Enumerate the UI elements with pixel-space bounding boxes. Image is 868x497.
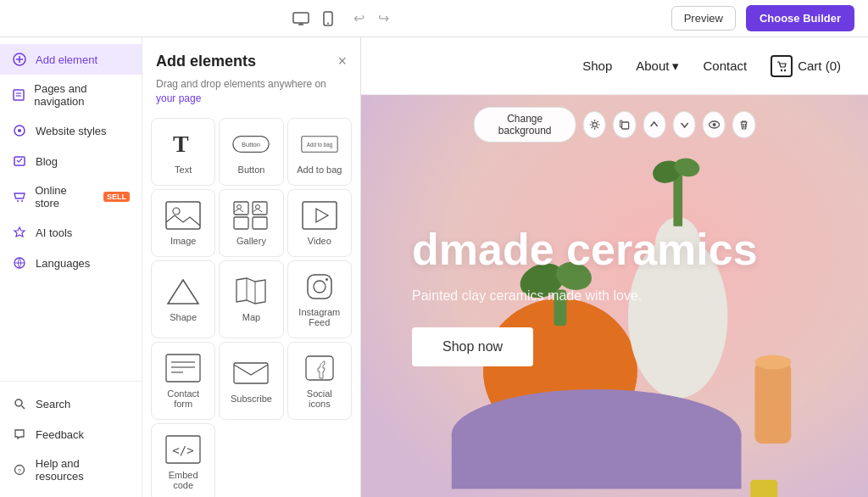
panel-subtitle: Drag and drop elements anywhere on your … <box>142 77 360 118</box>
search-icon <box>12 396 27 411</box>
device-icons <box>291 8 338 29</box>
hero-content: dmade ceramics Painted clay ceramics mad… <box>361 226 809 366</box>
sidebar-item-feedback[interactable]: Feedback <box>0 419 142 450</box>
svg-point-43 <box>314 281 326 293</box>
panel-elements-grid: T Text Button Button Add to bag Add to b… <box>142 118 360 497</box>
nav-link-contact[interactable]: Contact <box>703 59 747 73</box>
svg-rect-66 <box>755 362 792 444</box>
svg-point-71 <box>593 123 597 127</box>
redo-button[interactable]: ↪ <box>373 8 394 28</box>
gallery-element-icon <box>232 200 270 231</box>
website-content-area: Shop About ▾ Contact Cart (0) <box>361 37 868 497</box>
sidebar-item-add-element[interactable]: Add element <box>0 44 142 75</box>
svg-text:T: T <box>173 131 189 157</box>
embed-code-element-label: Embed code <box>159 470 208 490</box>
element-add-to-bag[interactable]: Add to bag Add to bag <box>287 118 352 186</box>
text-element-label: Text <box>175 165 192 175</box>
element-map[interactable]: Map <box>219 260 283 338</box>
sidebar-item-languages[interactable]: Languages <box>0 248 142 278</box>
svg-rect-45 <box>166 355 200 382</box>
help-icon: ? <box>12 462 27 477</box>
undo-button[interactable]: ↩ <box>348 8 370 28</box>
shop-now-button[interactable]: Shop now <box>412 327 533 366</box>
subscribe-element-icon <box>232 358 270 388</box>
hero-section: dmade ceramics Painted clay ceramics mad… <box>361 95 868 497</box>
panel-title: Add elements <box>156 53 256 70</box>
ai-icon <box>12 225 27 240</box>
panel-subtitle-link[interactable]: your page <box>156 92 201 104</box>
video-element-label: Video <box>308 236 331 246</box>
hero-title: dmade ceramics <box>412 226 758 274</box>
desktop-icon[interactable] <box>291 8 311 29</box>
svg-text:Add to bag: Add to bag <box>307 142 333 148</box>
sidebar-top: Add element Pages and navigation Website… <box>0 37 142 381</box>
nav-link-shop[interactable]: Shop <box>582 59 612 73</box>
contact-form-element-label: Contact form <box>159 388 208 409</box>
svg-point-19 <box>15 399 22 406</box>
sidebar-label-blog: Blog <box>36 155 58 168</box>
sidebar-label-add-element: Add element <box>36 53 97 66</box>
move-down-icon-button[interactable] <box>673 111 696 138</box>
element-gallery[interactable]: Gallery <box>219 189 283 257</box>
sidebar-item-search[interactable]: Search <box>0 388 142 419</box>
svg-rect-72 <box>622 122 629 129</box>
element-social-icons[interactable]: Social icons <box>287 342 352 420</box>
change-background-button[interactable]: Change background <box>474 107 576 142</box>
duplicate-icon-button[interactable] <box>613 111 636 138</box>
contact-form-element-icon <box>164 353 202 383</box>
add-elements-panel: Add elements × Drag and drop elements an… <box>142 37 361 497</box>
svg-text:</>: </> <box>173 444 194 457</box>
sidebar-item-pages-navigation[interactable]: Pages and navigation <box>0 75 142 115</box>
svg-rect-36 <box>303 202 337 229</box>
nav-cart[interactable]: Cart (0) <box>771 55 841 77</box>
preview-icon-button[interactable] <box>703 111 726 138</box>
element-text[interactable]: T Text <box>151 118 215 186</box>
svg-rect-35 <box>253 217 267 229</box>
sidebar-item-website-styles[interactable]: Website styles <box>0 115 142 146</box>
blog-icon <box>12 154 27 169</box>
image-element-icon <box>164 200 202 231</box>
element-subscribe[interactable]: Subscribe <box>219 342 283 420</box>
video-element-icon <box>301 200 338 231</box>
element-embed-code[interactable]: </> Embed code <box>151 423 215 497</box>
add-to-bag-element-icon: Add to bag <box>301 129 338 159</box>
settings-icon-button[interactable] <box>583 111 606 138</box>
choose-builder-button[interactable]: Choose Builder <box>746 5 854 31</box>
sidebar-label-pages: Pages and navigation <box>34 82 130 108</box>
element-button[interactable]: Button Button <box>219 118 283 186</box>
svg-point-74 <box>712 123 715 126</box>
undo-redo: ↩ ↪ <box>348 8 394 28</box>
sidebar-item-online-store[interactable]: Online store SELL <box>0 176 142 217</box>
map-element-icon <box>232 276 270 307</box>
element-contact-form[interactable]: Contact form <box>151 342 215 420</box>
svg-point-14 <box>17 200 19 202</box>
styles-icon <box>12 123 27 138</box>
preview-button[interactable]: Preview <box>671 6 736 31</box>
svg-text:Button: Button <box>242 141 260 148</box>
move-up-icon-button[interactable] <box>643 111 665 138</box>
delete-icon-button[interactable] <box>732 111 755 138</box>
svg-marker-39 <box>236 278 265 304</box>
subscribe-element-label: Subscribe <box>231 394 272 404</box>
plus-icon <box>12 52 27 67</box>
sidebar-item-ai-tools[interactable]: AI tools <box>0 217 142 248</box>
nav-link-about[interactable]: About ▾ <box>636 59 679 74</box>
element-shape[interactable]: Shape <box>151 260 215 338</box>
element-image[interactable]: Image <box>151 189 215 257</box>
sell-badge: SELL <box>103 192 130 202</box>
svg-rect-28 <box>166 202 200 229</box>
top-bar-center: ↩ ↪ <box>291 8 394 29</box>
element-instagram-feed[interactable]: Instagram Feed <box>287 260 352 338</box>
svg-rect-0 <box>293 13 309 23</box>
social-icons-element-label: Social icons <box>295 388 344 409</box>
sidebar-item-help[interactable]: ? Help and resources <box>0 450 142 490</box>
mobile-icon[interactable] <box>318 8 338 29</box>
svg-marker-37 <box>316 209 328 222</box>
svg-marker-16 <box>14 227 25 237</box>
sidebar-label-search: Search <box>36 398 70 410</box>
panel-close-button[interactable]: × <box>337 53 347 70</box>
svg-text:?: ? <box>18 468 21 474</box>
element-video[interactable]: Video <box>287 189 352 257</box>
sidebar-item-blog[interactable]: Blog <box>0 146 142 176</box>
svg-rect-42 <box>308 275 331 299</box>
